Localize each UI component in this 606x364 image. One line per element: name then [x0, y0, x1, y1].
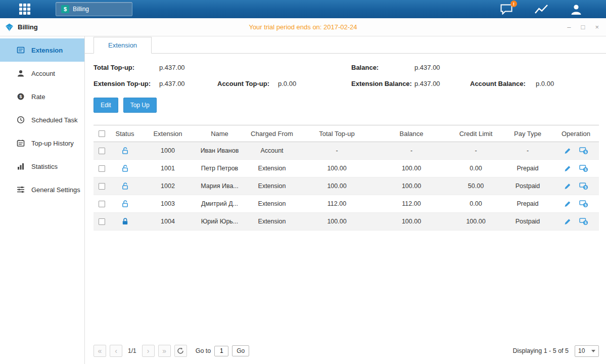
col-extension: Extension — [140, 130, 196, 138]
extension-table: Status Extension Name Charged From Total… — [94, 125, 599, 231]
lock-locked-icon[interactable] — [110, 217, 140, 225]
lock-open-icon[interactable] — [110, 182, 140, 190]
account-topup-label: Account Top-up: — [217, 80, 278, 87]
maximize-icon[interactable]: □ — [581, 24, 585, 30]
sidebar-item-general-settings[interactable]: General Settings — [0, 178, 84, 201]
row-checkbox[interactable] — [99, 148, 105, 154]
cell-total-topup: - — [300, 147, 374, 154]
sidebar-item-rate[interactable]: $ Rate — [0, 85, 84, 108]
next-page-button[interactable]: › — [142, 345, 155, 357]
table-row: 1004 Юрий Юрь... Extension 100.00 100.00… — [94, 213, 599, 231]
notification-badge: ! — [510, 1, 517, 7]
sidebar-item-topup-history[interactable]: Top-up History — [0, 131, 84, 155]
tab-extension[interactable]: Extension — [94, 37, 152, 54]
refresh-button[interactable] — [174, 345, 187, 357]
sidebar-item-label: Extension — [31, 47, 63, 54]
cell-extension: 1001 — [140, 165, 196, 172]
row-checkbox[interactable] — [99, 218, 105, 225]
lock-open-icon[interactable] — [110, 200, 140, 208]
total-topup-value: p.437.00 — [159, 64, 217, 71]
row-checkbox[interactable] — [99, 201, 105, 207]
top-up-row-icon[interactable]: $ — [579, 164, 588, 172]
sidebar-item-scheduled-task[interactable]: Scheduled Task — [0, 108, 84, 131]
calendar-icon — [17, 139, 25, 147]
rate-icon: $ — [17, 93, 25, 101]
edit-row-icon[interactable] — [564, 218, 571, 225]
cell-pay-type: Prepaid — [502, 200, 553, 207]
topbar-tab-label: Billing — [73, 6, 89, 13]
window-titlebar: Billing Your trial period ends on: 2017-… — [0, 18, 606, 36]
clock-icon — [17, 116, 25, 124]
top-up-row-icon[interactable]: $ — [579, 182, 588, 190]
lock-open-icon[interactable] — [110, 164, 140, 172]
cell-credit-limit: 0.00 — [449, 165, 502, 172]
cell-name: Мария Ива... — [196, 183, 244, 190]
cell-charged-from: Extension — [244, 200, 300, 207]
row-checkbox[interactable] — [99, 165, 105, 172]
first-page-button[interactable]: « — [94, 345, 106, 357]
cell-name: Юрий Юрь... — [196, 218, 244, 225]
notifications-icon[interactable]: ! — [500, 4, 513, 15]
lock-open-icon[interactable] — [110, 147, 140, 155]
cell-pay-type: Postpaid — [502, 183, 553, 190]
extension-topup-value: p.437.00 — [159, 80, 217, 87]
minimize-icon[interactable]: – — [567, 24, 571, 30]
cell-name: Петр Петров — [196, 165, 244, 172]
account-topup-value: p.0.00 — [278, 80, 351, 87]
statistics-chart-icon[interactable] — [534, 4, 548, 15]
app-launcher-icon[interactable] — [19, 4, 30, 15]
cell-extension: 1002 — [140, 183, 196, 190]
account-icon — [17, 69, 25, 77]
row-checkbox[interactable] — [99, 183, 105, 190]
page-info: 1/1 — [128, 347, 136, 354]
total-topup-label: Total Top-up: — [94, 64, 159, 71]
edit-row-icon[interactable] — [564, 183, 571, 190]
top-up-button[interactable]: Top Up — [123, 98, 157, 113]
billing-app-logo-icon — [5, 23, 14, 31]
sidebar-item-statistics[interactable]: Statistics — [0, 155, 84, 178]
cell-credit-limit: 100.00 — [449, 218, 502, 225]
top-system-bar: $ Billing ! — [0, 0, 606, 18]
close-icon[interactable]: × — [595, 24, 599, 30]
user-account-icon[interactable] — [570, 4, 583, 15]
cell-pay-type: Postpaid — [502, 218, 553, 225]
prev-page-button[interactable]: ‹ — [110, 345, 122, 357]
tab-label: Extension — [108, 41, 137, 49]
sidebar-item-label: Rate — [31, 93, 45, 101]
cell-charged-from: Extension — [244, 165, 300, 172]
sidebar: Extension Account $ Rate — [0, 36, 85, 364]
last-page-button[interactable]: » — [158, 345, 171, 357]
select-all-checkbox[interactable] — [99, 130, 105, 137]
cell-name: Дмитрий Д... — [196, 200, 244, 207]
cell-charged-from: Extension — [244, 218, 300, 225]
go-button[interactable]: Go — [232, 345, 249, 356]
table-row: 1003 Дмитрий Д... Extension 112.00 112.0… — [94, 195, 599, 213]
table-row: 1001 Петр Петров Extension 100.00 100.00… — [94, 160, 599, 177]
balance-value: p.437.00 — [414, 64, 470, 71]
cell-charged-from: Extension — [244, 183, 300, 190]
top-up-row-icon[interactable]: $ — [579, 217, 588, 225]
edit-button[interactable]: Edit — [94, 98, 118, 113]
sidebar-item-label: Top-up History — [31, 140, 74, 147]
account-balance-value: p.0.00 — [536, 80, 606, 87]
page-size-select[interactable]: 10 — [575, 345, 599, 357]
cell-credit-limit: 0.00 — [449, 200, 502, 207]
col-operation: Operation — [553, 130, 599, 138]
goto-label: Go to — [196, 347, 211, 354]
col-status: Status — [110, 130, 140, 138]
edit-row-icon[interactable] — [564, 200, 571, 208]
cell-credit-limit: 50.00 — [449, 183, 502, 190]
sidebar-item-extension[interactable]: Extension — [0, 38, 84, 62]
top-up-row-icon[interactable]: $ — [579, 200, 588, 208]
topbar-billing-tab[interactable]: $ Billing — [56, 2, 132, 16]
top-up-row-icon[interactable]: $ — [579, 147, 588, 155]
sidebar-item-account[interactable]: Account — [0, 62, 84, 85]
extension-balance-value: p.437.00 — [414, 80, 470, 87]
extension-balance-label: Extension Balance: — [351, 80, 414, 87]
edit-row-icon[interactable] — [564, 165, 571, 172]
cell-balance: - — [374, 147, 449, 154]
extension-icon — [17, 46, 25, 54]
goto-page-input[interactable] — [214, 346, 228, 356]
edit-row-icon[interactable] — [564, 147, 571, 155]
sidebar-item-label: Account — [31, 70, 55, 77]
